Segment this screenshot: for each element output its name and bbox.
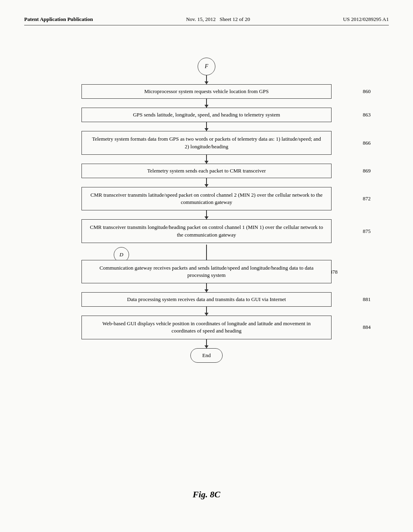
step-label-875: 875 [363,228,371,235]
page: Patent Application Publication Nov. 15, … [0,0,413,532]
header-left: Patent Application Publication [24,16,93,23]
step-row-866: Telemetry system formats data from GPS a… [24,131,389,154]
step-row-884: Web-based GUI displays vehicle position … [24,316,389,339]
process-box-878: Communication gateway receives packets a… [81,260,332,283]
arrow-866-869 [206,155,207,164]
arrow-f-860 [206,75,207,84]
step-label-872: 872 [363,195,371,202]
connector-f: F [198,58,215,75]
step-label-860: 860 [363,88,371,95]
arrow-881-884 [206,307,207,316]
step-row-863: GPS sends latitude, longitude, speed, an… [24,108,389,122]
process-box-869: Telemetry system sends each packet to CM… [81,164,332,178]
process-box-884: Web-based GUI displays vehicle position … [81,316,332,339]
arrow-869-872 [206,178,207,187]
step-label-866: 866 [363,140,371,146]
step-label-863: 863 [363,112,371,118]
header: Patent Application Publication Nov. 15, … [24,16,389,25]
step-row-878: Communication gateway receives packets a… [24,260,389,283]
step-label-869: 869 [363,168,371,174]
step-row-869: Telemetry system sends each packet to CM… [24,164,389,178]
step-row-872: CMR transceiver transmits latitude/speed… [24,187,389,210]
arrow-878-881 [206,283,207,292]
step-row-860: Microprocessor system requests vehicle l… [24,84,389,99]
process-box-875: CMR transceiver transmits longitude/head… [81,219,332,243]
step-row-881: Data processing system receives data and… [24,292,389,307]
step-row-875: CMR transceiver transmits longitude/head… [24,219,389,243]
fig-caption: Fig. 8C [193,489,220,500]
process-box-860: Microprocessor system requests vehicle l… [81,84,332,99]
step-label-884: 884 [363,324,371,330]
arrow-860-863 [206,99,207,108]
arrow-863-866 [206,122,207,131]
arrow-884-end [206,339,207,348]
process-box-866: Telemetry system formats data from GPS a… [81,131,332,154]
flowchart: F Microprocessor system requests vehicle… [24,58,389,363]
connector-end: End [190,348,223,363]
step-label-881: 881 [363,296,371,303]
arrow-872-875 [206,210,207,219]
header-date: Nov. 15, 2012 Sheet 12 of 20 [186,16,250,23]
process-box-863: GPS sends latitude, longitude, speed, an… [81,108,332,122]
header-right: US 2012/0289295 A1 [343,16,389,23]
process-box-872: CMR transceiver transmits latitude/speed… [81,187,332,210]
process-box-881: Data processing system receives data and… [81,292,332,307]
